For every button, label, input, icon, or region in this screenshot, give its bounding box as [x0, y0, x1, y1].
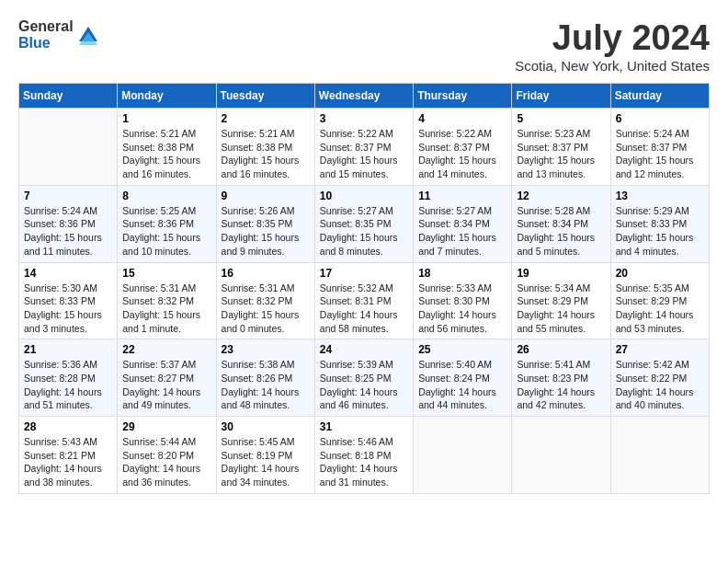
- day-number: 2: [222, 112, 310, 125]
- calendar-cell: 13Sunrise: 5:29 AMSunset: 8:33 PMDayligh…: [610, 185, 709, 262]
- day-number: 1: [122, 112, 210, 125]
- day-number: 29: [122, 420, 210, 433]
- day-info-line: Daylight: 15 hours: [122, 154, 210, 167]
- calendar-cell: 14Sunrise: 5:30 AMSunset: 8:33 PMDayligh…: [19, 262, 118, 339]
- day-info-line: and 31 minutes.: [320, 476, 408, 489]
- day-info-line: and 51 minutes.: [24, 398, 112, 412]
- day-info-line: Daylight: 15 hours: [616, 231, 704, 245]
- day-info-line: Daylight: 15 hours: [122, 308, 210, 322]
- day-info-line: Sunrise: 5:37 AM: [122, 358, 210, 372]
- day-info-line: Daylight: 14 hours: [222, 462, 310, 476]
- day-number: 9: [222, 190, 310, 202]
- calendar-cell: 21Sunrise: 5:36 AMSunset: 8:28 PMDayligh…: [19, 339, 118, 417]
- day-number: 21: [24, 343, 112, 356]
- day-number: 6: [616, 112, 704, 125]
- calendar-cell: 30Sunrise: 5:45 AMSunset: 8:19 PMDayligh…: [216, 417, 314, 494]
- day-number: 19: [517, 267, 605, 280]
- calendar-cell: 15Sunrise: 5:31 AMSunset: 8:32 PMDayligh…: [118, 262, 216, 339]
- day-number: 20: [616, 267, 704, 280]
- day-info-line: and 3 minutes.: [24, 322, 112, 336]
- day-info-line: Sunrise: 5:28 AM: [517, 204, 605, 218]
- day-info-line: Sunset: 8:37 PM: [418, 141, 506, 155]
- header: General Blue July 2024 Scotia, New York,…: [18, 18, 710, 74]
- col-header-tuesday: Tuesday: [216, 84, 314, 109]
- day-info-line: Sunset: 8:34 PM: [517, 217, 605, 231]
- day-info-line: and 44 minutes.: [418, 398, 506, 412]
- day-info-line: Daylight: 14 hours: [122, 462, 210, 476]
- day-info-line: and 1 minute.: [122, 322, 210, 336]
- day-info-line: Sunset: 8:29 PM: [517, 294, 605, 308]
- day-info-line: Daylight: 14 hours: [24, 462, 112, 476]
- day-info-line: and 56 minutes.: [418, 322, 506, 336]
- day-number: 5: [517, 112, 605, 125]
- week-row-3: 14Sunrise: 5:30 AMSunset: 8:33 PMDayligh…: [19, 262, 710, 339]
- day-info-line: Sunrise: 5:40 AM: [418, 358, 506, 372]
- calendar-cell: 9Sunrise: 5:26 AMSunset: 8:35 PMDaylight…: [216, 185, 314, 262]
- day-number: 13: [616, 190, 704, 202]
- day-info-line: Daylight: 14 hours: [616, 308, 704, 322]
- day-info-line: Sunrise: 5:24 AM: [24, 204, 112, 218]
- col-header-sunday: Sunday: [19, 84, 118, 109]
- col-header-thursday: Thursday: [414, 84, 512, 109]
- day-info-line: and 14 minutes.: [418, 167, 506, 181]
- day-info-line: Sunset: 8:34 PM: [418, 217, 506, 231]
- day-info-line: and 4 minutes.: [616, 245, 704, 259]
- day-info-line: Sunrise: 5:27 AM: [320, 204, 408, 218]
- day-info-line: Daylight: 14 hours: [320, 462, 408, 476]
- day-number: 3: [320, 112, 408, 125]
- day-info-line: Daylight: 15 hours: [320, 154, 408, 167]
- day-info-line: Sunrise: 5:38 AM: [222, 358, 310, 372]
- day-info-line: Sunrise: 5:22 AM: [320, 127, 408, 141]
- calendar-cell: 1Sunrise: 5:21 AMSunset: 8:38 PMDaylight…: [118, 109, 216, 186]
- day-info-line: Daylight: 14 hours: [517, 385, 605, 399]
- day-info-line: Daylight: 14 hours: [320, 385, 408, 399]
- day-info-line: Daylight: 15 hours: [24, 231, 112, 245]
- calendar-cell: 19Sunrise: 5:34 AMSunset: 8:29 PMDayligh…: [512, 262, 610, 339]
- day-info-line: Sunset: 8:18 PM: [320, 449, 408, 463]
- day-info-line: Sunrise: 5:21 AM: [222, 127, 310, 141]
- calendar-cell: 12Sunrise: 5:28 AMSunset: 8:34 PMDayligh…: [512, 185, 610, 262]
- day-info-line: Sunset: 8:35 PM: [222, 217, 310, 231]
- day-info-line: Sunrise: 5:24 AM: [616, 127, 704, 141]
- col-header-monday: Monday: [118, 84, 216, 109]
- day-info-line: Sunrise: 5:30 AM: [24, 282, 112, 295]
- calendar-cell: 11Sunrise: 5:27 AMSunset: 8:34 PMDayligh…: [414, 185, 512, 262]
- day-info-line: Daylight: 14 hours: [418, 308, 506, 322]
- day-info-line: Sunset: 8:27 PM: [122, 372, 210, 385]
- day-info-line: Daylight: 15 hours: [320, 231, 408, 245]
- day-info-line: Daylight: 15 hours: [222, 154, 310, 167]
- day-info-line: and 58 minutes.: [320, 322, 408, 336]
- day-info-line: Sunset: 8:37 PM: [320, 141, 408, 155]
- day-info-line: and 46 minutes.: [320, 398, 408, 412]
- day-info-line: and 55 minutes.: [517, 322, 605, 336]
- day-number: 22: [122, 343, 210, 356]
- col-header-saturday: Saturday: [610, 84, 709, 109]
- day-info-line: Sunset: 8:26 PM: [222, 372, 310, 385]
- logo: General Blue: [18, 18, 97, 51]
- col-header-wednesday: Wednesday: [314, 84, 413, 109]
- week-row-2: 7Sunrise: 5:24 AMSunset: 8:36 PMDaylight…: [19, 185, 710, 262]
- day-number: 15: [122, 267, 210, 280]
- day-info-line: and 10 minutes.: [122, 245, 210, 259]
- day-info-line: Daylight: 15 hours: [222, 231, 310, 245]
- day-info-line: Daylight: 15 hours: [517, 154, 605, 167]
- day-info-line: Daylight: 15 hours: [418, 231, 506, 245]
- day-info-line: and 15 minutes.: [320, 167, 408, 181]
- day-number: 11: [418, 190, 506, 202]
- day-number: 27: [616, 343, 704, 356]
- calendar-cell: [610, 417, 709, 494]
- day-info-line: Daylight: 15 hours: [616, 154, 704, 167]
- calendar-cell: 28Sunrise: 5:43 AMSunset: 8:21 PMDayligh…: [19, 417, 118, 494]
- day-info-line: Daylight: 14 hours: [320, 308, 408, 322]
- day-info-line: Daylight: 15 hours: [517, 231, 605, 245]
- day-info-line: Sunrise: 5:35 AM: [616, 282, 704, 295]
- title-section: July 2024 Scotia, New York, United State…: [515, 18, 710, 74]
- day-info-line: Daylight: 15 hours: [418, 154, 506, 167]
- day-info-line: and 38 minutes.: [24, 476, 112, 489]
- day-info-line: Sunset: 8:36 PM: [122, 217, 210, 231]
- day-info-line: Sunset: 8:32 PM: [122, 294, 210, 308]
- calendar-cell: 5Sunrise: 5:23 AMSunset: 8:37 PMDaylight…: [512, 109, 610, 186]
- calendar-cell: 29Sunrise: 5:44 AMSunset: 8:20 PMDayligh…: [118, 417, 216, 494]
- day-info-line: Sunset: 8:35 PM: [320, 217, 408, 231]
- day-info-line: Sunset: 8:38 PM: [222, 141, 310, 155]
